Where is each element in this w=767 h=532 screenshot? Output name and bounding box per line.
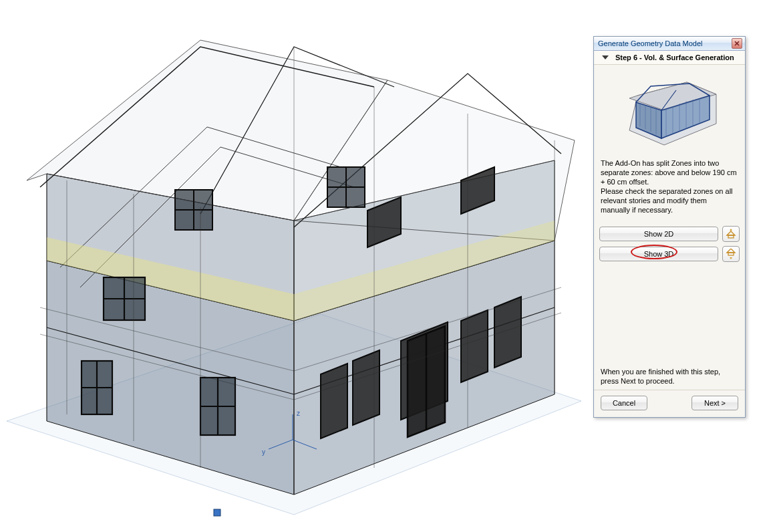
step-label: Step 6 - Vol. & Surface Generation — [615, 53, 734, 61]
footer-note: When you are finished with this step, pr… — [594, 364, 745, 390]
description-line-2: Please check the separated zones on all … — [601, 186, 738, 215]
svg-marker-9 — [321, 364, 347, 438]
viewport-3d[interactable]: z y — [0, 0, 581, 532]
svg-text:z: z — [297, 410, 300, 417]
description-text: The Add-On has split Zones into two sepa… — [594, 154, 745, 217]
svg-text:y: y — [262, 448, 265, 456]
cancel-button[interactable]: Cancel — [601, 396, 647, 410]
building-wireframe: z y — [0, 0, 581, 532]
description-line-1: The Add-On has split Zones into two sepa… — [601, 158, 738, 186]
disclosure-triangle-icon — [602, 55, 609, 59]
svg-marker-12 — [461, 310, 488, 382]
svg-marker-13 — [494, 297, 521, 368]
panel-titlebar[interactable]: Generate Geometry Data Model — [594, 37, 745, 51]
story-up-icon — [726, 229, 736, 239]
svg-marker-10 — [353, 350, 379, 425]
button-label: Show 3D — [644, 250, 674, 258]
next-button[interactable]: Next > — [692, 396, 738, 410]
story-up-button[interactable] — [722, 226, 740, 242]
door-right — [408, 326, 445, 437]
button-label: Cancel — [613, 399, 635, 407]
close-icon — [734, 41, 740, 46]
step-header[interactable]: Step 6 - Vol. & Surface Generation — [594, 51, 745, 65]
svg-marker-64 — [730, 257, 732, 259]
close-button[interactable] — [732, 38, 742, 49]
svg-marker-62 — [727, 249, 735, 253]
generate-geometry-panel: Generate Geometry Data Model Step 6 - Vo… — [593, 36, 746, 418]
preview-illustration — [594, 65, 745, 154]
origin-marker — [214, 509, 220, 516]
story-down-button[interactable] — [722, 246, 740, 262]
panel-title: Generate Geometry Data Model — [598, 39, 703, 47]
svg-marker-61 — [730, 229, 732, 231]
button-label: Next > — [704, 399, 726, 407]
show-2d-button[interactable]: Show 2D — [599, 227, 718, 241]
story-down-icon — [726, 249, 736, 259]
show-3d-button[interactable]: Show 3D — [599, 247, 718, 261]
button-label: Show 2D — [644, 230, 674, 238]
svg-marker-59 — [727, 231, 735, 235]
